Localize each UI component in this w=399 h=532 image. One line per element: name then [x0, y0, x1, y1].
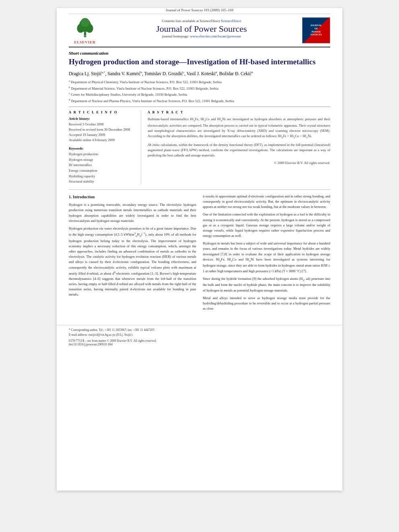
body-r-p3: Hydrogen in metals has been a subject of… — [203, 241, 330, 274]
history-online: Available online 4 February 2009 — [69, 138, 137, 143]
journal-header: ELSEVIER Contents lists available at Sci… — [57, 14, 342, 44]
info-abstract-section: A R T I C L E I N F O Article history: R… — [69, 107, 330, 185]
homepage-url: www.elsevier.com/locate/jpowsour — [190, 34, 241, 38]
affil-b: b Department of Material Science, Vinča … — [69, 85, 330, 91]
copyright: © 2009 Elsevier B.V. All rights reserved… — [148, 160, 330, 166]
body-r-p2: One of the limitation connected with the… — [203, 212, 330, 238]
email-note: E-mail address: estojicd@vin.bg.ac.yu (D… — [69, 333, 330, 337]
body-section: 1. Introduction Hydrogen is a promising … — [69, 189, 330, 314]
elsevier-tree-icon — [74, 17, 96, 39]
body-r-p5: Metal and alloys intended to serve as hy… — [203, 296, 330, 312]
section-title: Introduction — [73, 195, 95, 199]
power-sources-logo: JOURNALOFPOWERSOURCES — [302, 17, 330, 43]
body-col-right: it results in approximate optimal d-elec… — [203, 194, 330, 314]
footer-notes: * Corresponding author. Tel.: +381 11 24… — [69, 328, 330, 337]
affil-c: c Centre for Multidisciplinary Studies, … — [69, 91, 330, 97]
kw-4: Energy consumption — [69, 168, 137, 174]
body-r-p4: Since during the hydride formation [9] t… — [203, 276, 330, 293]
history-label: Article history: — [69, 117, 137, 121]
history-received: Received 3 October 2008 — [69, 122, 137, 127]
body-col-left: 1. Introduction Hydrogen is a promising … — [69, 194, 196, 314]
corresponding-note: * Corresponding author. Tel.: +381 11 24… — [69, 328, 330, 333]
kw-6: Structural stability — [69, 179, 137, 185]
page: Journal of Power Sources 193 (2009) 165–… — [57, 8, 342, 491]
abstract-label: A B S T R A C T — [148, 110, 330, 114]
intro-heading: 1. Introduction — [69, 194, 196, 200]
article-info-column: A R T I C L E I N F O Article history: R… — [69, 110, 141, 185]
kw-5: Hydriding capacity — [69, 174, 137, 179]
journal-reference: Journal of Power Sources 193 (2009) 165–… — [166, 8, 233, 12]
intro-p2: Hydrogen production via water electrolys… — [69, 226, 196, 297]
abstract-p1: Hafnium-based intermetallics Hf2Fe, Hf2C… — [148, 117, 330, 140]
article-title: Hydrogen production and storage—Investig… — [69, 57, 330, 67]
elsevier-label: ELSEVIER — [74, 40, 96, 44]
authors-line: Dragica Lj. Stojića,*, Sandra V. Kumrićb… — [69, 70, 330, 77]
journal-name: Journal of Power Sources — [105, 24, 298, 34]
journal-homepage: journal homepage: www.elsevier.com/locat… — [105, 34, 298, 38]
abstract-text: Hafnium-based intermetallics Hf2Fe, Hf2C… — [148, 117, 330, 166]
article-body: Short communication Hydrogen production … — [57, 47, 342, 317]
affil-a: a Department of Physical Chemistry, Vinč… — [69, 79, 330, 85]
kw-2: Hydrogen storage — [69, 157, 137, 163]
elsevier-logo: ELSEVIER — [69, 17, 101, 44]
kw-3: Hf intermetallics — [69, 162, 137, 168]
contents-line: Contents lists available at ScienceDirec… — [105, 19, 298, 23]
keywords-section: Keywords: Hydrogen production Hydrogen s… — [69, 146, 137, 185]
history-accepted: Accepted 19 January 2009 — [69, 132, 137, 138]
journal-top-line: Journal of Power Sources 193 (2009) 165–… — [69, 8, 330, 14]
footer-issn: 0378-7753/$ – see front matter © 2009 El… — [69, 339, 330, 346]
keywords-label: Keywords: — [69, 146, 137, 150]
kw-1: Hydrogen production — [69, 152, 137, 157]
article-info-label: A R T I C L E I N F O — [69, 110, 137, 114]
history-revised: Received in revised form 30 December 200… — [69, 127, 137, 132]
affil-d: d Department of Nuclear and Plasma Physi… — [69, 98, 330, 104]
svg-point-6 — [84, 35, 86, 37]
section-number: 1. — [69, 195, 72, 199]
page-footer: * Corresponding author. Tel.: +381 11 24… — [57, 325, 342, 349]
svg-point-5 — [80, 18, 89, 27]
abstract-p2: Ab initio calculations, within the frame… — [148, 142, 330, 158]
journal-title-block: Contents lists available at ScienceDirec… — [101, 17, 302, 40]
article-type: Short communication — [69, 51, 330, 55]
body-r-p1: it results in approximate optimal d-elec… — [203, 194, 330, 210]
affiliations: a Department of Physical Chemistry, Vinč… — [69, 79, 330, 103]
intro-p1: Hydrogen is a promising renewable, secon… — [69, 202, 196, 224]
abstract-column: A B S T R A C T Hafnium-based intermetal… — [148, 110, 330, 185]
